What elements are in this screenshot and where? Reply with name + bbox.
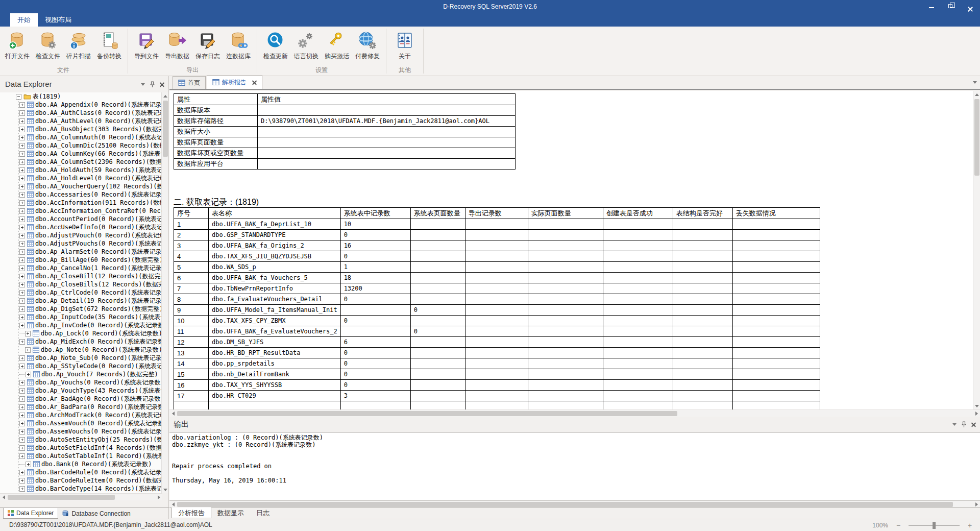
ribbon-button-key[interactable]: 购买激活	[322, 28, 352, 66]
tree-item[interactable]: dbo.Ap_CtrlCode(0 Record)(系统表记录数)	[0, 288, 162, 297]
tree-item[interactable]: dbo.BarCodeRule(0 Record)(系统表记录数)	[0, 468, 162, 476]
tree-item[interactable]: dbo.Accessaries(0 Record)(系统表记录数)	[0, 190, 162, 199]
tab-close-icon[interactable]	[252, 80, 257, 85]
tree-item[interactable]: dbo.AA_ColumnDic(25100 Records)(数据完整)	[0, 141, 162, 150]
tree-item[interactable]: dbo.Ap_InputCode(35 Records)(系统表记录数)	[0, 313, 162, 321]
expand-icon[interactable]	[19, 208, 25, 214]
expand-icon[interactable]	[19, 339, 25, 345]
zoom-in-button[interactable]: +	[967, 521, 973, 529]
zoom-slider[interactable]	[909, 525, 960, 526]
tree-item[interactable]: dbo.Ar_BadAge(0 Record)(系统表记录数)	[0, 395, 162, 403]
tree-item[interactable]: dbo.AA_ColumnKey(66 Records)(系统表记录数)	[0, 150, 162, 158]
content-horizontal-scrollbar[interactable]	[169, 409, 980, 417]
tree-item[interactable]: dbo.AA_VoucherQuery(102 Records)(数据完整)	[0, 182, 162, 190]
zoom-slider-thumb[interactable]	[933, 522, 936, 529]
expand-icon[interactable]	[19, 216, 25, 222]
tree-item[interactable]: dbo.AA_HoldLevel(0 Record)(系统表记录数)	[0, 174, 162, 182]
collapse-icon[interactable]	[16, 94, 21, 100]
expand-icon[interactable]	[19, 413, 25, 418]
expand-icon[interactable]	[19, 159, 25, 165]
ribbon-button-save-purple[interactable]: 导到文件	[131, 28, 162, 66]
tree-item[interactable]: dbo.Ap_Vouch(7 Records)(数据完整)	[0, 370, 162, 378]
tree-item[interactable]: dbo.Ap_Detail(19 Records)(系统表记录数)	[0, 297, 162, 305]
tree-item[interactable]: dbo.AA_ColumnAuth(0 Record)(系统表记录数)	[0, 133, 162, 141]
expand-icon[interactable]	[19, 249, 25, 255]
ribbon-button-db-link[interactable]: 连数据库	[223, 28, 254, 66]
tree-item[interactable]: dbo.Ap_Lock(0 Record)(系统表记录数)	[0, 329, 162, 337]
tree-item[interactable]: dbo.AA_BusObject(303 Records)(数据完整)	[0, 125, 162, 133]
tree-item[interactable]: dbo.AA_AuthClass(0 Record)(系统表记录数)	[0, 109, 162, 117]
zoom-out-button[interactable]: −	[895, 521, 901, 529]
tree-item[interactable]: dbo.AA_HoldAuth(59 Records)(系统表记录数)	[0, 166, 162, 174]
tree-item[interactable]: dbo.Ap_DigSet(672 Records)(数据完整)	[0, 305, 162, 313]
tree-item[interactable]: dbo.Ap_VouchType(43 Records)(系统表记录数)	[0, 387, 162, 395]
tree-item[interactable]: dbo.AccInformation_ContraRef(0 Record)	[0, 207, 162, 215]
expand-icon[interactable]	[19, 355, 25, 361]
expand-icon[interactable]	[19, 192, 25, 198]
expand-icon[interactable]	[26, 462, 31, 467]
tree-root[interactable]: 表(1819)	[0, 92, 162, 101]
expand-icon[interactable]	[19, 290, 25, 296]
tree-item[interactable]: dbo.AutoSetTableInf(1 Record)(系统表记录数)	[0, 452, 162, 460]
tree-item[interactable]: dbo.AutoSetFieldInf(4 Records)(数据完整)	[0, 444, 162, 452]
ribbon-button-search-update[interactable]: 检查更新	[260, 28, 291, 66]
tree-item[interactable]: dbo.Ap_MidExch(0 Record)(系统表记录数)	[0, 337, 162, 346]
expand-icon[interactable]	[19, 143, 25, 149]
panel-close-icon[interactable]	[160, 82, 164, 87]
expand-icon[interactable]	[19, 421, 25, 426]
expand-icon[interactable]	[19, 127, 25, 132]
tree-item[interactable]: dbo.AutoSetEntityObj(25 Records)(数据完整)	[0, 436, 162, 444]
tree-item[interactable]: dbo.Ap_AlarmSet(0 Record)(系统表记录数)	[0, 248, 162, 256]
ribbon-button-about-book[interactable]: 关于	[389, 28, 420, 66]
tree-item[interactable]: dbo.Ap_Note(0 Record)(系统表记录数)	[0, 346, 162, 354]
panel-dropdown-icon[interactable]	[141, 83, 145, 86]
expand-icon[interactable]	[19, 388, 25, 394]
bottom-tab-0[interactable]: 分析报告	[172, 508, 211, 518]
panel-tab-database-connection[interactable]: Database Connection	[58, 508, 134, 519]
expand-icon[interactable]	[19, 429, 25, 435]
expand-icon[interactable]	[19, 437, 25, 443]
expand-icon[interactable]	[19, 167, 25, 173]
expand-icon[interactable]	[19, 274, 25, 279]
tree-item[interactable]: dbo.AssemVouchs(0 Record)(系统表记录数)	[0, 427, 162, 436]
expand-icon[interactable]	[19, 200, 25, 206]
expand-icon[interactable]	[19, 225, 25, 230]
tree-item[interactable]: dbo.AA_Appendix(0 Record)(系统表记录数)	[0, 101, 162, 109]
expand-icon[interactable]	[19, 396, 25, 402]
tab-overflow-icon[interactable]	[973, 81, 977, 84]
ribbon-button-db-export[interactable]: 导出数据	[162, 28, 192, 66]
ribbon-button-save-log[interactable]: 保存日志	[192, 28, 223, 66]
expand-icon[interactable]	[19, 306, 25, 312]
tree-vertical-scrollbar[interactable]	[161, 92, 168, 493]
ribbon-button-notebook-db[interactable]: 备份转换	[94, 28, 125, 66]
tree-item[interactable]: dbo.Ap_CloseBill(12 Records)(数据完整)	[0, 272, 162, 280]
expand-icon[interactable]	[19, 323, 25, 328]
tree-item[interactable]: dbo.Ap_SStyleCode(0 Record)(系统表记录数)	[0, 362, 162, 370]
document-tab-1[interactable]: 解析报告	[207, 75, 262, 89]
expand-icon[interactable]	[19, 445, 25, 451]
expand-icon[interactable]	[19, 118, 25, 124]
expand-icon[interactable]	[25, 347, 31, 353]
ribbon-button-globe-gear[interactable]: 付费修复	[352, 28, 383, 66]
ribbon-button-coins-info[interactable]: 碎片扫描	[63, 28, 94, 66]
tree-item[interactable]: dbo.Ap_Vouchs(0 Record)(系统表记录数)	[0, 378, 162, 387]
expand-icon[interactable]	[19, 486, 25, 492]
output-close-icon[interactable]	[971, 422, 976, 427]
expand-icon[interactable]	[19, 282, 25, 287]
expand-icon[interactable]	[19, 404, 25, 410]
tree-horizontal-scrollbar[interactable]	[0, 493, 162, 500]
tree-item[interactable]: dbo.AdjustPVouchs(0 Record)(系统表记录数)	[0, 239, 162, 248]
expand-icon[interactable]	[19, 110, 25, 116]
expand-icon[interactable]	[26, 372, 31, 377]
expand-icon[interactable]	[19, 102, 25, 108]
close-button[interactable]	[961, 0, 980, 13]
output-horizontal-scrollbar[interactable]	[169, 500, 980, 508]
ribbon-button-db-gear[interactable]: 检查文件	[33, 28, 63, 66]
tree-item[interactable]: dbo.ArchModTrack(0 Record)(系统表记录数)	[0, 411, 162, 419]
expand-icon[interactable]	[19, 453, 25, 459]
tree-item[interactable]: dbo.Bank(0 Record)(系统表记录数)	[0, 460, 162, 468]
expand-icon[interactable]	[19, 298, 25, 304]
tree-item[interactable]: dbo.AssemVouch(0 Record)(系统表记录数)	[0, 419, 162, 427]
expand-icon[interactable]	[19, 266, 25, 271]
ribbon-tab-0[interactable]: 开始	[10, 13, 38, 27]
